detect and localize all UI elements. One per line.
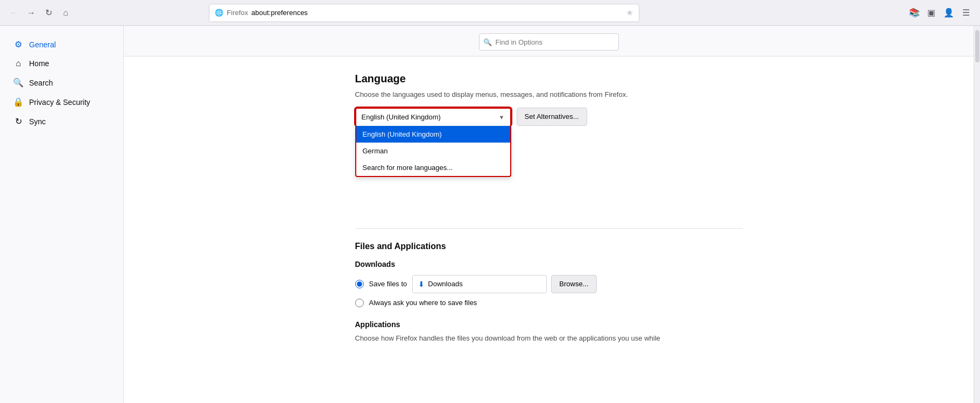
gear-icon: ⚙	[13, 39, 24, 50]
browser-name: Firefox	[227, 9, 248, 17]
bookmark-icon[interactable]: ★	[626, 8, 633, 18]
language-option-english-uk[interactable]: English (United Kingdom)	[356, 126, 510, 143]
downloads-path-wrapper: ⬇ Downloads Browse...	[412, 275, 742, 293]
language-option-search-more[interactable]: Search for more languages...	[356, 159, 510, 176]
downloads-path-display: ⬇ Downloads	[412, 275, 547, 293]
sidebar-item-sync-label: Sync	[29, 117, 46, 126]
browser-chrome: ← → ↻ ⌂ 🌐 Firefox ★ 📚 ▣ 👤 ☰	[0, 0, 980, 26]
sidebar-item-home[interactable]: ⌂ Home	[4, 54, 119, 73]
find-options-input[interactable]	[479, 33, 619, 51]
find-options-wrapper: 🔍	[479, 33, 619, 51]
section-divider	[355, 228, 743, 229]
language-section: Language Choose the languages used to di…	[355, 73, 743, 212]
scrollbar-right	[974, 26, 980, 403]
back-button[interactable]: ←	[6, 5, 22, 20]
scrollbar-thumb[interactable]	[975, 30, 979, 62]
downloads-path-text: Downloads	[428, 280, 462, 288]
language-section-title: Language	[355, 73, 743, 85]
forward-button[interactable]: →	[24, 5, 39, 20]
find-options-bar: 🔍	[124, 26, 974, 56]
address-bar: 🌐 Firefox ★	[209, 4, 639, 22]
save-files-label: Save files to	[369, 280, 407, 288]
lock-icon: 🔒	[13, 97, 24, 107]
content-area: 🔍 Language Choose the languages used to …	[124, 26, 974, 403]
sidebar-item-general[interactable]: ⚙ General	[4, 35, 119, 54]
files-applications-section: Files and Applications Downloads Save fi…	[355, 242, 743, 344]
always-ask-radio-row: Always ask you where to save files	[355, 299, 743, 307]
refresh-button[interactable]: ↻	[41, 5, 56, 20]
downloads-title: Downloads	[355, 260, 743, 268]
nav-buttons: ← → ↻ ⌂	[6, 5, 73, 20]
library-button[interactable]: 📚	[907, 5, 922, 20]
address-input[interactable]	[251, 9, 623, 17]
home-icon: ⌂	[13, 59, 24, 68]
home-button[interactable]: ⌂	[58, 5, 73, 20]
sidebar-item-search[interactable]: 🔍 Search	[4, 73, 119, 92]
sidebar-item-privacy-label: Privacy & Security	[29, 98, 90, 107]
language-dropdown-menu: English (United Kingdom) German Search f…	[355, 126, 511, 177]
prefs-content: Language Choose the languages used to di…	[334, 56, 764, 359]
download-icon: ⬇	[418, 280, 425, 288]
downloads-section: Downloads Save files to ⬇ Downloads Brow…	[355, 260, 743, 307]
sidebar-item-general-label: General	[29, 40, 56, 49]
containers-button[interactable]: ▣	[924, 5, 939, 20]
sidebar-item-search-label: Search	[29, 79, 53, 87]
sidebar-item-sync[interactable]: ↻ Sync	[4, 112, 119, 131]
always-ask-label: Always ask you where to save files	[369, 299, 477, 307]
always-ask-radio[interactable]	[355, 299, 364, 307]
language-section-desc: Choose the languages used to display men…	[355, 89, 743, 100]
language-dropdown-container: English (United Kingdom) ▼ English (Unit…	[355, 108, 511, 126]
toolbar-right: 📚 ▣ 👤 ☰	[907, 5, 974, 20]
set-alternatives-button[interactable]: Set Alternatives...	[517, 108, 587, 126]
sync-icon: ↻	[13, 116, 24, 126]
sidebar: ⚙ General ⌂ Home 🔍 Search 🔒 Privacy & Se…	[0, 26, 124, 403]
language-option-german[interactable]: German	[356, 143, 510, 159]
firefox-logo-icon: 🌐	[215, 9, 223, 17]
search-icon: 🔍	[13, 77, 24, 88]
menu-button[interactable]: ☰	[958, 5, 974, 20]
sidebar-item-privacy[interactable]: 🔒 Privacy & Security	[4, 93, 119, 111]
account-button[interactable]: 👤	[941, 5, 956, 20]
applications-desc: Choose how Firefox handles the files you…	[355, 333, 743, 344]
browse-button[interactable]: Browse...	[551, 275, 596, 293]
applications-title: Applications	[355, 320, 743, 329]
sidebar-item-home-label: Home	[29, 59, 49, 68]
language-selected-value: English (United Kingdom)	[362, 113, 441, 121]
chevron-down-icon: ▼	[499, 114, 505, 121]
language-select[interactable]: English (United Kingdom) ▼	[355, 108, 511, 126]
save-files-radio[interactable]	[355, 280, 364, 288]
applications-area: Applications Choose how Firefox handles …	[355, 320, 743, 344]
main-content: ⚙ General ⌂ Home 🔍 Search 🔒 Privacy & Se…	[0, 26, 980, 403]
save-files-radio-row: Save files to ⬇ Downloads Browse...	[355, 275, 743, 293]
files-applications-title: Files and Applications	[355, 242, 743, 251]
language-row: English (United Kingdom) ▼ English (Unit…	[355, 108, 743, 126]
